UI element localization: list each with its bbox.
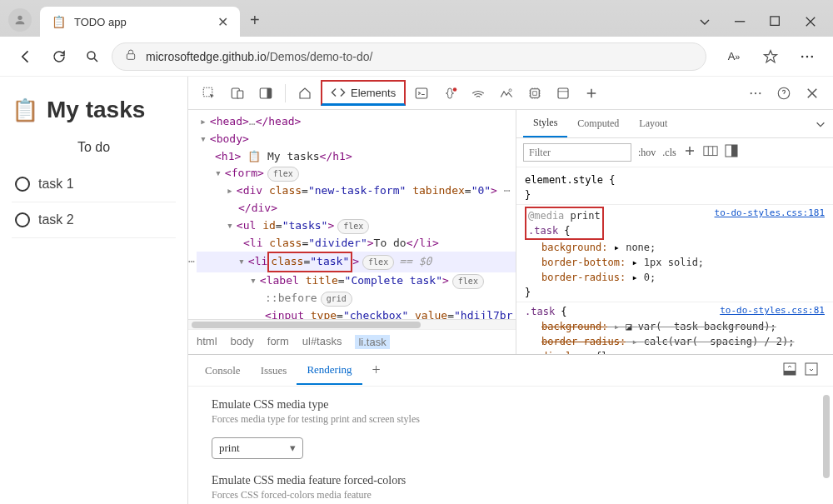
network-icon[interactable] — [466, 81, 491, 106]
dock-icon[interactable] — [253, 81, 278, 106]
svg-rect-24 — [731, 145, 737, 157]
close-icon[interactable]: ✕ — [217, 14, 228, 30]
svg-rect-16 — [533, 91, 537, 95]
browser-tab[interactable]: 📋 TODO app ✕ — [40, 7, 240, 37]
horizontal-scrollbar[interactable] — [188, 319, 516, 329]
tab-console[interactable]: Console — [195, 357, 251, 384]
search-button[interactable] — [78, 42, 107, 71]
devtools-toolbar: Elements — [188, 77, 833, 110]
task-item[interactable]: task 1 — [12, 167, 176, 202]
flexbox-icon[interactable] — [703, 145, 718, 160]
hov-toggle[interactable]: :hov — [638, 147, 656, 159]
checkbox-icon[interactable] — [15, 177, 30, 192]
webpage-panel: 📋 My tasks To do task 1 task 2 — [0, 77, 188, 504]
elements-tab[interactable]: Elements — [321, 80, 406, 106]
chevron-down-icon[interactable] — [698, 15, 711, 28]
breadcrumb-item[interactable]: html — [197, 335, 217, 349]
task-list: task 1 task 2 — [12, 167, 176, 238]
svg-rect-9 — [237, 91, 243, 98]
tab-issues[interactable]: Issues — [251, 357, 297, 384]
styles-toolbar: :hov .cls — [516, 138, 833, 167]
devtools-drawer: Console Issues Rendering + Emulate CSS m… — [188, 354, 833, 504]
page-title: 📋 My tasks — [12, 97, 176, 123]
breadcrumb-item[interactable]: ul#tasks — [302, 335, 342, 349]
svg-point-14 — [509, 88, 511, 91]
computed-toggle-icon[interactable] — [725, 144, 738, 161]
add-drawer-tab-icon[interactable]: + — [362, 355, 391, 386]
devtools-panel: Elements ▸<head>…</head> ▾<body> <h1> 📋 … — [188, 77, 833, 504]
cls-toggle[interactable]: .cls — [662, 147, 676, 159]
filter-input[interactable] — [523, 143, 631, 162]
svg-rect-22 — [704, 147, 717, 156]
address-field[interactable]: microsoftedge.github.io/Demos/demo-to-do… — [112, 42, 706, 71]
close-icon[interactable] — [805, 16, 816, 27]
svg-rect-12 — [416, 88, 427, 98]
lock-icon — [124, 48, 137, 64]
browser-titlebar: 📋 TODO app ✕ + — [0, 0, 833, 37]
svg-point-5 — [806, 55, 809, 57]
new-tab-button[interactable]: + — [250, 11, 260, 30]
tab-styles[interactable]: Styles — [523, 110, 567, 137]
device-toggle-icon[interactable] — [225, 81, 250, 106]
minimize-icon[interactable] — [735, 16, 746, 27]
drawer-dock-icon[interactable] — [783, 362, 796, 379]
clipboard-icon: 📋 — [52, 15, 66, 28]
clipboard-icon: 📋 — [12, 97, 38, 123]
breadcrumb-item[interactable]: body — [231, 335, 254, 349]
vertical-scrollbar[interactable] — [823, 395, 830, 478]
tab-title: TODO app — [74, 16, 209, 28]
breadcrumb-item[interactable]: form — [267, 335, 289, 349]
profile-avatar[interactable] — [8, 8, 32, 32]
svg-rect-15 — [531, 88, 540, 97]
url-text: microsoftedge.github.io/Demos/demo-to-do… — [146, 50, 372, 63]
inspect-icon[interactable] — [197, 81, 222, 106]
checkbox-icon[interactable] — [15, 212, 30, 227]
add-rule-icon[interactable] — [683, 144, 696, 161]
favorite-icon[interactable] — [756, 42, 785, 71]
content-area: 📋 My tasks To do task 1 task 2 — [0, 77, 833, 504]
svg-point-13 — [453, 87, 457, 92]
chevron-down-icon[interactable] — [815, 118, 826, 130]
emulate-media-desc: Forces media type for testing print and … — [212, 413, 810, 426]
svg-rect-11 — [267, 88, 272, 98]
drawer-tabs: Console Issues Rendering + — [188, 355, 833, 387]
welcome-icon[interactable] — [292, 81, 317, 106]
svg-rect-26 — [784, 371, 796, 375]
svg-point-19 — [755, 92, 756, 93]
emulate-forced-colors-heading: Emulate CSS media feature forced-colors — [212, 474, 810, 487]
dom-breadcrumbs: html body form ul#tasks li.task — [188, 329, 516, 354]
media-type-select[interactable]: print ▾ — [212, 437, 303, 459]
svg-rect-17 — [558, 88, 568, 98]
styles-rules[interactable]: element.style { } @media print .task { t… — [516, 167, 833, 354]
read-aloud-icon[interactable]: A» — [720, 42, 748, 71]
memory-icon[interactable] — [522, 81, 547, 106]
add-tab-icon[interactable] — [579, 81, 604, 106]
chevron-down-icon: ▾ — [290, 442, 296, 455]
svg-point-2 — [87, 52, 95, 59]
svg-rect-1 — [771, 17, 780, 26]
dom-tree[interactable]: ▸<head>…</head> ▾<body> <h1> 📋 My tasks<… — [188, 110, 516, 319]
drawer-collapse-icon[interactable] — [805, 362, 818, 379]
stylesheet-link[interactable]: to-do-styles.css:181 — [715, 207, 825, 221]
svg-rect-3 — [127, 54, 134, 60]
emulate-forced-colors-desc: Forces CSS forced-colors media feature — [212, 489, 810, 502]
menu-icon[interactable] — [793, 42, 821, 71]
app-icon[interactable] — [551, 81, 576, 106]
svg-point-6 — [811, 55, 814, 57]
tab-layout[interactable]: Layout — [629, 111, 677, 137]
sources-icon[interactable] — [437, 81, 462, 106]
stylesheet-link[interactable]: to-do-styles.css:81 — [720, 304, 825, 318]
maximize-icon[interactable] — [770, 16, 781, 27]
performance-icon[interactable] — [494, 81, 519, 106]
task-item[interactable]: task 2 — [12, 202, 176, 238]
console-icon[interactable] — [409, 81, 434, 106]
svg-point-4 — [801, 55, 804, 57]
refresh-button[interactable] — [45, 42, 73, 71]
tab-computed[interactable]: Computed — [567, 111, 629, 137]
help-icon[interactable] — [771, 81, 796, 106]
breadcrumb-item[interactable]: li.task — [355, 335, 389, 349]
tab-rendering[interactable]: Rendering — [297, 357, 362, 385]
back-button[interactable] — [12, 42, 40, 71]
more-icon[interactable] — [743, 81, 768, 106]
close-devtools-icon[interactable] — [800, 81, 825, 106]
